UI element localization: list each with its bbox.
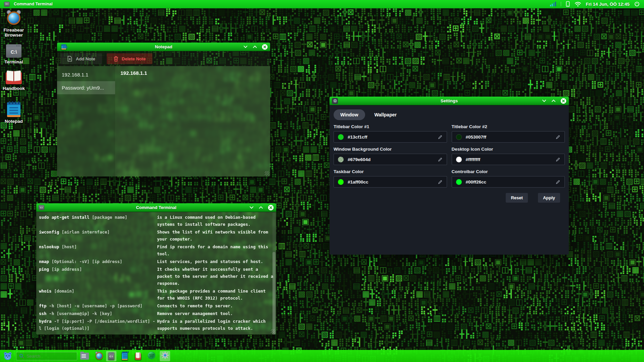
terminal-command: ftp -h [host] -u [username] -p [password… <box>39 302 157 309</box>
terminal-row: hydra -T [ip:port] -P [/desination/wordl… <box>39 318 274 332</box>
desktop-icon-terminal[interactable]: C:\Terminal <box>1 44 27 64</box>
settings-tabs: WindowWallpaper <box>334 109 565 120</box>
note-editor[interactable]: 192.168.1.1 <box>115 66 270 176</box>
desktop-icon-browser[interactable]: Fireabear Browser <box>1 10 27 38</box>
delete-note-button[interactable]: Delete Note <box>107 53 153 64</box>
resize-grip[interactable] <box>265 171 269 175</box>
color-value: #679e604d <box>348 157 370 162</box>
terminal-command: hydra -T [ip:port] -P [/desination/wordl… <box>39 318 157 332</box>
search-input[interactable] <box>27 354 74 359</box>
terminal-row: ftp -h [host] -u [username] -p [password… <box>39 302 274 309</box>
field-label: Controlbar Color <box>452 169 565 174</box>
scrollbar-thumb[interactable] <box>273 252 276 334</box>
edit-color-icon[interactable] <box>555 179 560 185</box>
terminal-command: nslookup [host] <box>39 243 157 257</box>
add-note-icon <box>67 56 72 62</box>
add-note-button[interactable]: Add Note <box>60 53 102 64</box>
maximize-button[interactable] <box>252 45 257 49</box>
edit-color-icon[interactable] <box>438 179 443 185</box>
terminal-row: ssh -h [username@ip] -k [key]Remove serv… <box>39 310 274 317</box>
desktop-icon-handbook[interactable]: Handbook <box>1 70 27 91</box>
terminal-description: Hydra is a parallelized login cracker wh… <box>157 318 266 332</box>
settings-titlebar[interactable]: Settings <box>330 97 569 105</box>
taskbar-item-handbook[interactable] <box>133 351 143 361</box>
reset-button[interactable]: Reset <box>506 193 528 203</box>
taskbar-item-music-player[interactable] <box>146 351 157 361</box>
wifi-icon[interactable] <box>575 1 581 7</box>
terminal-row: sudo apt-get install [package name]is a … <box>39 214 274 228</box>
maximize-button[interactable] <box>258 205 263 210</box>
taskbar-item-notepad[interactable] <box>119 351 130 361</box>
notepad-icon <box>122 352 128 360</box>
color-field[interactable]: #00ff26cc <box>452 176 565 188</box>
taskbar-item-file-manager[interactable] <box>79 351 90 361</box>
terminal-command: ssh -h [username@ip] -k [key] <box>39 310 157 317</box>
add-note-label: Add Note <box>76 56 95 61</box>
desktop-icon-label: Notepad <box>5 119 23 124</box>
apply-button[interactable]: Apply <box>538 193 560 203</box>
minimize-button[interactable] <box>542 99 547 103</box>
terminal-output[interactable]: sudo apt-get install [package name]is a … <box>36 212 276 334</box>
gear-icon <box>332 98 338 104</box>
terminal-description: It checks whether it successfully sent a… <box>157 266 273 287</box>
edit-color-icon[interactable] <box>438 135 443 140</box>
menubar-separator <box>561 2 561 6</box>
window-title: Notepad <box>57 44 270 49</box>
close-button[interactable] <box>560 98 566 104</box>
edit-color-icon[interactable] <box>555 135 560 140</box>
power-icon[interactable] <box>634 1 640 7</box>
close-button[interactable] <box>262 44 268 50</box>
desktop-icon-label: Terminal <box>4 59 23 64</box>
close-button[interactable] <box>268 205 274 211</box>
notepad-titlebar[interactable]: Notepad <box>57 43 270 51</box>
terminal-titlebar[interactable]: C:\ Command Terminal <box>36 203 276 212</box>
field-label: Desktop Icon Color <box>452 147 565 152</box>
edit-color-icon[interactable] <box>555 157 560 162</box>
note-content: 192.168.1.1 <box>120 70 265 76</box>
terminal-description: Remove server management tool. <box>157 310 233 317</box>
terminal-window: C:\ Command Terminal sudo apt-get instal… <box>36 203 276 334</box>
window-title: Command Terminal <box>36 205 276 210</box>
note-list-item[interactable]: 192.168.1.1 <box>57 68 115 81</box>
terminal-row: iwconfig [airlan internface]Shows the li… <box>39 228 274 243</box>
desktop-icon-label: Fireabear Browser <box>1 28 27 38</box>
color-field[interactable]: #679e604d <box>334 154 447 165</box>
taskbar-item-command-terminal[interactable]: C:\ <box>106 351 116 361</box>
desktop-icon-label: Handbook <box>3 86 25 91</box>
field-label: Titlebar Color #2 <box>452 124 565 129</box>
bear-icon <box>3 352 12 360</box>
gear-icon <box>161 351 169 361</box>
field-taskbar-color: Taskbar Color#1aff00cc <box>334 165 447 188</box>
tab-window[interactable]: Window <box>334 109 365 120</box>
resize-grip[interactable] <box>271 329 275 333</box>
desktop-icon-notepad[interactable]: Notepad <box>1 102 27 124</box>
search-box[interactable] <box>16 352 77 360</box>
terminal-row: whois [domain]This package provides a co… <box>39 288 274 302</box>
color-field[interactable]: #053007ff <box>452 131 565 143</box>
color-value: #1aff00cc <box>348 179 368 185</box>
browser-icon <box>6 10 21 26</box>
signal-bars-icon <box>550 1 556 7</box>
taskbar: C:\ <box>0 350 644 362</box>
terminal-description: Connects to remote ftp server. <box>157 302 233 309</box>
edit-color-icon[interactable] <box>438 157 443 162</box>
tab-wallpaper[interactable]: Wallpaper <box>368 109 403 120</box>
minimize-button[interactable] <box>243 45 248 49</box>
color-field[interactable]: #13cf1cff <box>334 131 447 143</box>
maximize-button[interactable] <box>551 99 556 103</box>
start-button[interactable] <box>3 351 13 361</box>
color-field[interactable]: #ffffffff <box>452 154 565 165</box>
terminal-command: ping [ip address] <box>39 266 157 287</box>
color-swatch <box>338 134 344 140</box>
search-icon <box>19 354 24 359</box>
notepad-toolbar: Add Note Delete Note <box>57 51 270 66</box>
taskbar-item-settings[interactable] <box>160 351 170 361</box>
minimize-button[interactable] <box>249 205 254 210</box>
field-window-background-color: Window Background Color#679e604d <box>334 143 447 165</box>
terminal-description: Shows the list of wifi networks visible … <box>157 228 268 243</box>
taskbar-item-fireabear-browser[interactable] <box>93 351 103 361</box>
handbook-icon <box>135 352 141 360</box>
note-list-item[interactable]: Password: yUm9... <box>57 81 115 94</box>
color-field[interactable]: #1aff00cc <box>334 176 447 188</box>
field-controlbar-color: Controlbar Color#00ff26cc <box>452 165 565 188</box>
